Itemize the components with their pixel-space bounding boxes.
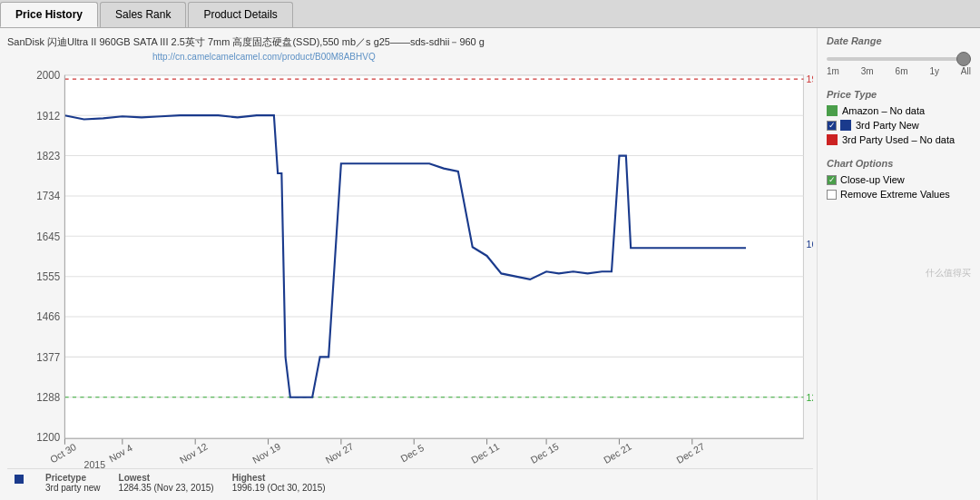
chart-url[interactable]: http://cn.camelcamelcamel.com/product/B0…	[152, 52, 813, 62]
chart-options-title: Chart Options	[827, 158, 971, 169]
date-range-1m[interactable]: 1m	[827, 66, 839, 76]
date-range-slider[interactable]	[827, 57, 971, 61]
tab-product-details[interactable]: Product Details	[188, 2, 292, 27]
legend-color-3rd-party	[15, 475, 24, 484]
3rd-party-new-color-box	[840, 120, 851, 131]
svg-text:Nov 27: Nov 27	[323, 441, 355, 466]
svg-text:1734: 1734	[36, 190, 60, 201]
price-chart: 2000 1912 1823 1734 1645 1555 1466 1377 …	[7, 65, 813, 468]
svg-text:Nov 12: Nov 12	[178, 441, 210, 466]
amazon-color-box	[827, 105, 838, 116]
svg-text:Nov 4: Nov 4	[107, 442, 134, 465]
slider-track	[827, 57, 971, 61]
3rd-party-new-checkbox[interactable]: ✓	[827, 121, 837, 131]
closeup-view-checkbox[interactable]: ✓	[827, 175, 837, 185]
legend-pricetype-value: 3rd party new	[45, 483, 101, 493]
sidebar-price-type-section: Price Type Amazon – No data ✓ 3rd Party …	[827, 89, 971, 145]
3rd-party-used-color-box	[827, 134, 838, 145]
price-type-title: Price Type	[827, 89, 971, 100]
chart-option-closeup: ✓ Close-up View	[827, 174, 971, 185]
legend-highest-label: Highest	[232, 473, 326, 483]
legend-lowest-value: 1284.35 (Nov 23, 2015)	[119, 483, 214, 493]
app-container: Price History Sales Rank Product Details…	[0, 0, 980, 500]
3rd-party-new-label: 3rd Party New	[856, 120, 919, 131]
closeup-view-label: Close-up View	[840, 174, 905, 185]
svg-text:Dec 27: Dec 27	[674, 441, 706, 466]
svg-text:1377: 1377	[36, 351, 60, 363]
remove-extreme-label: Remove Extreme Values	[840, 189, 950, 200]
chart-legend: Pricetype 3rd party new Lowest 1284.35 (…	[7, 468, 813, 496]
svg-text:1912: 1912	[36, 110, 60, 122]
tab-bar: Price History Sales Rank Product Details	[0, 0, 980, 28]
date-range-labels: 1m 3m 6m 1y All	[827, 66, 971, 76]
remove-extreme-checkbox[interactable]	[827, 190, 837, 200]
svg-text:1555: 1555	[36, 270, 60, 282]
main-content: SanDisk 闪迪Ultra II 960GB SATA III 2.5英寸 …	[0, 28, 980, 500]
sidebar-chart-options-section: Chart Options ✓ Close-up View Remove Ext…	[827, 158, 971, 200]
svg-text:Dec 15: Dec 15	[529, 441, 561, 466]
date-range-6m[interactable]: 6m	[896, 66, 908, 76]
sidebar: Date Range 1m 3m 6m 1y All Price Type	[817, 28, 980, 500]
legend-lowest-label: Lowest	[119, 473, 214, 483]
svg-text:Oct 30: Oct 30	[48, 441, 78, 465]
chart-title: SanDisk 闪迪Ultra II 960GB SATA III 2.5英寸 …	[7, 35, 813, 48]
tab-sales-rank[interactable]: Sales Rank	[100, 2, 186, 27]
legend-pricetype-label: Pricetype	[45, 473, 101, 483]
svg-text:1631.51: 1631.51	[807, 239, 813, 250]
legend-highest-value: 1996.19 (Oct 30, 2015)	[232, 483, 326, 493]
tab-price-history[interactable]: Price History	[0, 2, 98, 27]
sidebar-date-range-section: Date Range 1m 3m 6m 1y All	[827, 35, 971, 76]
price-type-3rd-new: ✓ 3rd Party New	[827, 120, 971, 131]
svg-rect-0	[64, 75, 803, 438]
price-type-3rd-used: 3rd Party Used – No data	[827, 134, 971, 145]
svg-text:Nov 19: Nov 19	[250, 441, 282, 466]
watermark: 什么值得买	[827, 212, 971, 279]
svg-text:2015: 2015	[84, 459, 106, 468]
chart-option-remove-extreme: Remove Extreme Values	[827, 189, 971, 200]
price-type-amazon: Amazon – No data	[827, 105, 971, 116]
svg-text:Dec 21: Dec 21	[602, 441, 633, 466]
chart-wrapper: 2000 1912 1823 1734 1645 1555 1466 1377 …	[7, 65, 813, 468]
svg-text:Dec 11: Dec 11	[469, 441, 501, 466]
chart-area: SanDisk 闪迪Ultra II 960GB SATA III 2.5英寸 …	[0, 28, 817, 500]
svg-text:Dec 5: Dec 5	[398, 442, 426, 465]
svg-text:1996.19: 1996.19	[807, 74, 813, 85]
svg-text:1645: 1645	[36, 230, 60, 242]
date-range-all[interactable]: All	[961, 66, 971, 76]
date-range-3m[interactable]: 3m	[861, 66, 874, 76]
svg-text:1284.35: 1284.35	[807, 392, 813, 403]
date-range-title: Date Range	[827, 35, 971, 46]
3rd-party-used-label: 3rd Party Used – No data	[842, 134, 955, 145]
svg-text:1466: 1466	[36, 311, 60, 323]
svg-text:1200: 1200	[36, 432, 60, 444]
slider-thumb[interactable]	[956, 52, 971, 66]
date-range-1y[interactable]: 1y	[929, 66, 939, 76]
svg-text:1288: 1288	[36, 391, 60, 403]
svg-text:2000: 2000	[36, 69, 60, 81]
svg-text:1823: 1823	[36, 150, 60, 162]
amazon-label: Amazon – No data	[842, 105, 925, 116]
